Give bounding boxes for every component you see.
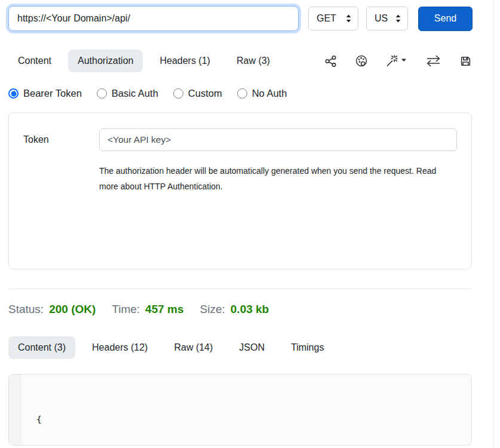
updown-arrows-icon — [345, 14, 352, 23]
response-tabs: Content (3) Headers (12) Raw (14) JSON T… — [8, 336, 480, 359]
time-value: 457 ms — [145, 303, 183, 316]
size-value: 0.03 kb — [231, 303, 269, 316]
radio-label: Custom — [188, 88, 222, 99]
share-nodes-icon[interactable] — [324, 55, 337, 67]
radio-circle — [8, 88, 19, 99]
tab-authorization[interactable]: Authorization — [68, 50, 143, 72]
tab-response-json[interactable]: JSON — [229, 336, 274, 359]
tab-response-headers[interactable]: Headers (12) — [82, 336, 157, 359]
radio-circle — [97, 88, 107, 99]
response-body-viewer: { "message": "API running." } — [8, 374, 472, 446]
region-select[interactable]: US — [366, 7, 408, 30]
tab-response-content[interactable]: Content (3) — [8, 336, 75, 359]
toolbar-actions — [324, 54, 480, 67]
palette-icon[interactable] — [355, 54, 368, 67]
api-client-page: GET US Send Content Authorization Header… — [0, 0, 500, 448]
radio-circle — [237, 88, 247, 99]
send-button[interactable]: Send — [418, 7, 473, 31]
region-select-value: US — [375, 13, 388, 24]
status-label: Status: — [8, 303, 44, 316]
radio-bearer-token[interactable]: Bearer Token — [8, 88, 82, 99]
size-label: Size: — [200, 303, 225, 316]
token-panel: Token The authorization header will be a… — [8, 112, 472, 269]
tab-raw[interactable]: Raw (3) — [227, 50, 280, 72]
request-tabs: Content Authorization Headers (1) Raw (3… — [8, 50, 480, 72]
save-icon[interactable] — [459, 55, 472, 67]
method-select-value: GET — [317, 13, 336, 24]
response-json-body: { "message": "API running." } — [21, 375, 194, 445]
status-value: 200 (OK) — [49, 303, 96, 316]
token-input[interactable] — [99, 128, 457, 151]
updown-arrows-icon — [395, 14, 401, 23]
token-label: Token — [23, 134, 99, 145]
section-divider — [8, 289, 472, 289]
swap-arrows-icon[interactable] — [425, 55, 441, 67]
code-gutter — [9, 375, 21, 445]
response-status-row: Status: 200 (OK) Time: 457 ms Size: 0.03… — [8, 303, 480, 316]
radio-label: Bearer Token — [23, 88, 82, 99]
request-bar: GET US Send — [8, 0, 480, 31]
token-help-text: The authorization header will be automat… — [99, 164, 449, 195]
radio-label: Basic Auth — [112, 88, 158, 99]
tab-response-timings[interactable]: Timings — [281, 336, 333, 359]
radio-custom[interactable]: Custom — [173, 88, 222, 99]
method-select[interactable]: GET — [308, 7, 358, 30]
radio-basic-auth[interactable]: Basic Auth — [97, 88, 158, 99]
radio-circle — [173, 88, 183, 99]
url-input[interactable] — [8, 6, 299, 31]
magic-wand-icon[interactable] — [386, 54, 407, 67]
json-open-brace: { — [36, 415, 42, 424]
tab-content[interactable]: Content — [8, 50, 61, 72]
radio-label: No Auth — [252, 88, 287, 99]
auth-type-options: Bearer Token Basic Auth Custom No Auth — [8, 88, 480, 99]
page-right-border — [493, 0, 493, 448]
time-label: Time: — [112, 303, 140, 316]
tab-headers[interactable]: Headers (1) — [150, 50, 219, 72]
radio-no-auth[interactable]: No Auth — [237, 88, 287, 99]
tab-response-raw[interactable]: Raw (14) — [164, 336, 222, 359]
